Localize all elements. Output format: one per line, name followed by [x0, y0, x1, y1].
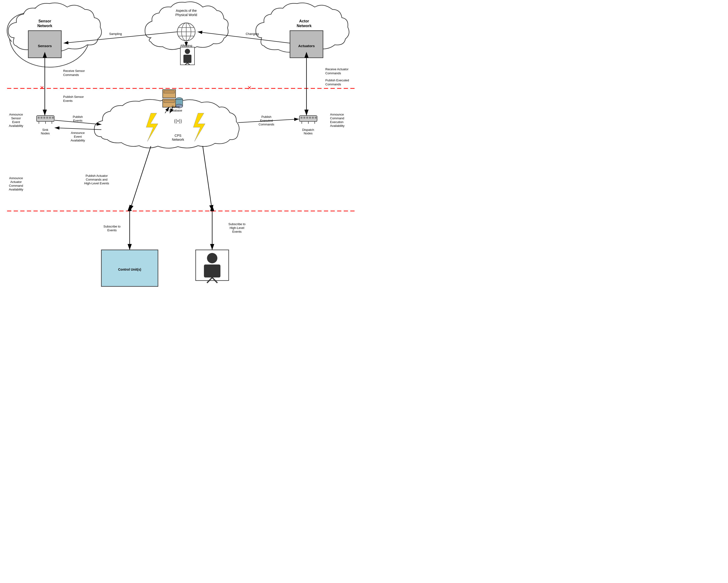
sensor-network-label: Sensor: [38, 19, 51, 23]
person-bottom-box: [196, 250, 229, 283]
svg-rect-56: [301, 117, 303, 118]
svg-rect-36: [41, 117, 43, 118]
globe-icon: [177, 23, 195, 41]
svg-rect-40: [52, 117, 54, 118]
publish-executed-label3: Commands: [259, 123, 275, 126]
announce-event-label: Announce: [71, 131, 85, 135]
svg-rect-58: [306, 117, 308, 118]
publish-events-label: Publish: [73, 115, 83, 118]
announce-event-label3: Availability: [71, 139, 85, 142]
receive-act-cmd-label: Receive Actuator: [325, 68, 349, 71]
svg-rect-38: [46, 117, 48, 118]
sink-nodes: [36, 115, 54, 124]
pub-act-cmd-label: Publish Actuator: [85, 174, 108, 178]
actuators-label: Actuators: [298, 44, 315, 48]
actor-network-label: Actor: [299, 19, 309, 23]
dispatch-nodes-label: Dispatch: [302, 128, 314, 132]
svg-text:✕: ✕: [247, 85, 252, 91]
event-db-label: Event: [172, 105, 180, 109]
subscribe-high-level-label3: Events: [232, 230, 242, 233]
sensors-box: Sensors: [28, 31, 61, 58]
svg-point-78: [207, 253, 217, 263]
announce-cmd-exec-label4: Availability: [330, 124, 345, 128]
publish-executed-label2: Executed: [260, 119, 273, 122]
aspects-label: Aspects of the: [176, 9, 197, 12]
announce-cmd-exec-label2: Command: [330, 116, 344, 120]
subscribe-events-label2: Events: [107, 229, 117, 232]
actuators-box: Actuators: [290, 31, 323, 58]
sink-nodes-label2: Nodes: [41, 132, 50, 135]
announce-sensor-label4: Availability: [9, 124, 23, 128]
publish-sensor-events-label2: Events: [63, 99, 73, 103]
subscribe-high-level-label: Subscribe to: [229, 222, 245, 226]
svg-rect-51: [164, 100, 175, 103]
svg-line-73: [130, 146, 151, 211]
publish-sensor-events-label: Publish Sensor: [63, 95, 84, 99]
sampling-label: Sampling: [109, 32, 122, 35]
sensors-label: Sensors: [38, 44, 52, 48]
announce-act-cmd-label3: Command: [9, 184, 23, 187]
dispatch-nodes-label2: Nodes: [304, 132, 313, 135]
receive-sensor-cmd-label: Receive Sensor: [63, 69, 85, 73]
svg-rect-61: [315, 117, 317, 118]
svg-rect-49: [164, 91, 175, 93]
announce-sensor-label: Announce: [9, 113, 23, 116]
announce-act-cmd-label: Announce: [9, 176, 23, 180]
person-icon-top: [180, 47, 194, 65]
actor-network-label2: Network: [296, 24, 311, 28]
announce-event-label2: Event: [74, 135, 82, 138]
announce-act-cmd-label2: Actuator: [10, 180, 22, 184]
pub-exec-cmd-label: Publish Executed: [325, 79, 349, 82]
announce-sensor-label2: Sensor: [11, 116, 21, 120]
svg-rect-39: [49, 117, 51, 118]
svg-rect-35: [38, 117, 40, 118]
svg-text:((•)): ((•)): [174, 118, 182, 124]
receive-act-cmd-label2: Commands: [325, 72, 341, 75]
svg-rect-59: [309, 117, 311, 118]
subscribe-events-label: Subscribe to: [104, 225, 121, 228]
announce-sensor-label3: Event: [12, 120, 20, 124]
publish-executed-label: Publish: [261, 115, 271, 118]
sink-nodes-label: Sink: [42, 128, 48, 132]
announce-cmd-exec-label3: Execution: [330, 120, 343, 124]
svg-rect-37: [43, 117, 45, 118]
sensor-network-label2: Network: [37, 24, 52, 28]
svg-rect-79: [204, 265, 220, 277]
svg-rect-21: [183, 55, 191, 63]
svg-line-82: [203, 146, 212, 211]
pub-exec-cmd-label2: Commands: [325, 82, 341, 86]
svg-point-20: [185, 49, 190, 54]
svg-rect-57: [304, 117, 305, 118]
aspects-label2: Physical World: [175, 13, 197, 17]
subscribe-high-level-label2: High-Level: [230, 226, 244, 230]
pub-act-cmd-label3: High-Level Events: [84, 182, 109, 185]
dispatch-nodes: [300, 115, 317, 124]
publish-events-label2: Events: [73, 119, 82, 122]
announce-cmd-exec-label: Announce: [330, 113, 344, 116]
announce-act-cmd-label4: Availability: [9, 188, 23, 191]
receive-sensor-cmd-label2: Commands: [63, 73, 79, 77]
svg-text:✕: ✕: [40, 85, 44, 91]
cps-network-label2: Network: [172, 138, 184, 141]
diagram: Sensor Network Actor Network Aspects of …: [0, 0, 364, 292]
control-unit-label: Control Unit(s): [118, 268, 141, 271]
changing-label: Changing: [246, 32, 259, 35]
pub-act-cmd-label2: Commands and: [86, 178, 107, 181]
cps-network-label: CPS: [175, 134, 182, 137]
control-unit-box: Control Unit(s): [101, 250, 158, 286]
svg-rect-60: [312, 117, 314, 118]
